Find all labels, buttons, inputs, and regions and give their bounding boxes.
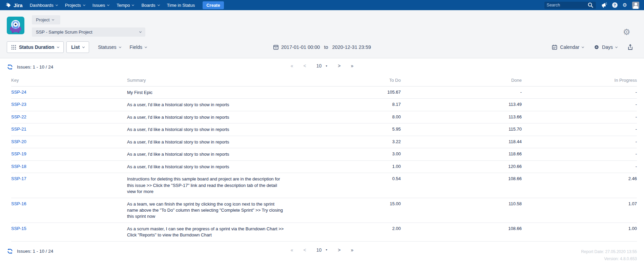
table-row: SSP-17 Instructions for deleting this sa… [11, 173, 637, 198]
bottom-pagination-row: Issues: 1 - 10 / 24 « < 10 ▼ > » Report … [0, 242, 644, 266]
units-dropdown[interactable]: Days [594, 44, 617, 50]
issue-key-link[interactable]: SSP-19 [11, 151, 26, 156]
issue-summary-text: As a user, I'd like a historical story t… [127, 127, 286, 133]
done-value: 118.66 [401, 148, 522, 160]
view-button[interactable]: List [66, 41, 89, 53]
help-icon[interactable]: ? [612, 2, 618, 8]
issue-key-link[interactable]: SSP-24 [11, 90, 26, 95]
report-header: Project SSP - Sample Scrum Project ⚙ [0, 10, 644, 39]
status-duration-table: Key Summary To Do Done In Progress SSP-2… [11, 75, 637, 242]
chevron-down-icon [582, 45, 584, 48]
refresh-icon[interactable] [7, 64, 13, 70]
nav-item-boards[interactable]: Boards [138, 0, 163, 10]
avatar-head [635, 3, 637, 5]
chevron-down-icon [56, 3, 58, 6]
search-input[interactable]: Search [544, 2, 596, 9]
table-row: SSP-21 As a user, I'd like a historical … [11, 123, 637, 136]
col-header-key[interactable]: Key [11, 75, 127, 87]
issue-key-link[interactable]: SSP-22 [11, 114, 26, 119]
nav-item-issues[interactable]: Issues [89, 0, 113, 10]
nav-item-label: Projects [65, 3, 81, 8]
todo-value: 3.22 [286, 136, 401, 148]
prev-page-button[interactable]: < [304, 247, 306, 253]
col-header-summary[interactable]: Summary [127, 75, 286, 87]
settings-icon[interactable]: ⚙ [623, 3, 627, 8]
triangle-down-icon: ▼ [325, 65, 328, 67]
todo-value: 3.00 [286, 148, 401, 160]
next-page-button[interactable]: > [338, 247, 340, 253]
fields-label: Fields [130, 44, 142, 50]
todo-value: 15.00 [286, 198, 401, 223]
todo-value: 2.00 [286, 223, 401, 241]
last-page-button[interactable]: » [351, 247, 353, 253]
col-header-todo[interactable]: To Do [286, 75, 401, 87]
chevron-down-icon [119, 45, 121, 48]
table-row: SSP-18 As a user, I'd like a historical … [11, 160, 637, 173]
todo-value: 105.67 [286, 87, 401, 99]
chevron-down-icon [82, 45, 85, 48]
page-size-dropdown[interactable]: 10 ▼ [316, 247, 328, 253]
inprogress-value: - [522, 136, 637, 148]
issue-key-link[interactable]: SSP-17 [11, 176, 26, 181]
pager-bottom: « < 10 ▼ > » [291, 247, 353, 253]
done-value: - [401, 87, 522, 99]
first-page-button[interactable]: « [291, 247, 293, 253]
top-pagination-row: Issues: 1 - 10 / 24 « < 10 ▼ > » [0, 58, 644, 73]
todo-value: 8.00 [286, 111, 401, 123]
jira-logo[interactable]: Jira [4, 2, 26, 8]
report-settings-gear-icon[interactable]: ⚙ [623, 28, 630, 36]
prev-page-button[interactable]: < [304, 63, 306, 69]
issues-summary: Issues: 1 - 10 / 24 [7, 64, 53, 70]
issue-key-link[interactable]: SSP-23 [11, 102, 26, 107]
date-from: 2017-01-01 00:00 [281, 44, 320, 50]
nav-item-dashboards[interactable]: Dashboards [26, 0, 61, 10]
done-value: 113.66 [401, 111, 522, 123]
done-value: 110.58 [401, 198, 522, 223]
scope-dropdown[interactable]: Project [32, 15, 60, 24]
grid-icon [12, 45, 16, 50]
export-icon[interactable] [627, 44, 633, 50]
announcements-icon[interactable] [601, 2, 607, 8]
report-type-label: Status Duration [19, 44, 54, 50]
avatar-body [633, 6, 638, 9]
nav-item-time-in-status[interactable]: Time in Status [163, 0, 199, 10]
chevron-down-icon [57, 45, 59, 48]
done-value: 113.49 [401, 99, 522, 111]
create-button[interactable]: Create [203, 1, 224, 9]
chevron-down-icon [107, 3, 109, 6]
date-range-picker[interactable]: 2017-01-01 00:00 to 2020-12-31 23:59 [273, 44, 371, 50]
calendar-view-dropdown[interactable]: Calendar [552, 44, 584, 50]
done-value: 115.70 [401, 123, 522, 136]
toolbar-left: Status Duration List Statuses Fields [7, 41, 147, 53]
project-select[interactable]: SSP - Sample Scrum Project [32, 27, 145, 37]
refresh-icon[interactable] [7, 248, 13, 254]
nav-item-label: Issues [92, 3, 105, 8]
chevron-down-icon [158, 3, 160, 6]
last-page-button[interactable]: » [351, 63, 353, 69]
col-header-inprogress[interactable]: In Progress [522, 75, 637, 87]
search-placeholder: Search [547, 3, 560, 7]
col-header-done[interactable]: Done [401, 75, 522, 87]
chevron-down-icon [145, 45, 147, 48]
statuses-dropdown[interactable]: Statuses [98, 44, 121, 50]
fields-dropdown[interactable]: Fields [130, 44, 147, 50]
issue-key-link[interactable]: SSP-21 [11, 127, 26, 132]
table-row: SSP-22 As a user, I'd like a historical … [11, 111, 637, 123]
inprogress-value: - [522, 87, 637, 99]
todo-value: 8.17 [286, 99, 401, 111]
report-type-button[interactable]: Status Duration [7, 41, 64, 53]
user-avatar[interactable] [632, 2, 639, 9]
next-page-button[interactable]: > [338, 63, 340, 69]
first-page-button[interactable]: « [291, 63, 293, 69]
nav-item-projects[interactable]: Projects [61, 0, 89, 10]
nav-item-label: Time in Status [167, 3, 195, 8]
issue-key-link[interactable]: SSP-15 [11, 226, 26, 231]
calendar-view-label: Calendar [560, 44, 579, 50]
issue-key-link[interactable]: SSP-18 [11, 164, 26, 169]
inprogress-value: 2.46 [522, 173, 637, 198]
page-size-dropdown[interactable]: 10 ▼ [316, 63, 328, 69]
nav-item-tempo[interactable]: Tempo [113, 0, 138, 10]
issue-key-link[interactable]: SSP-20 [11, 139, 26, 144]
issue-key-link[interactable]: SSP-16 [11, 201, 26, 206]
jql-query-text: project = "SSP" AND created >= "2017-01-… [0, 266, 644, 269]
